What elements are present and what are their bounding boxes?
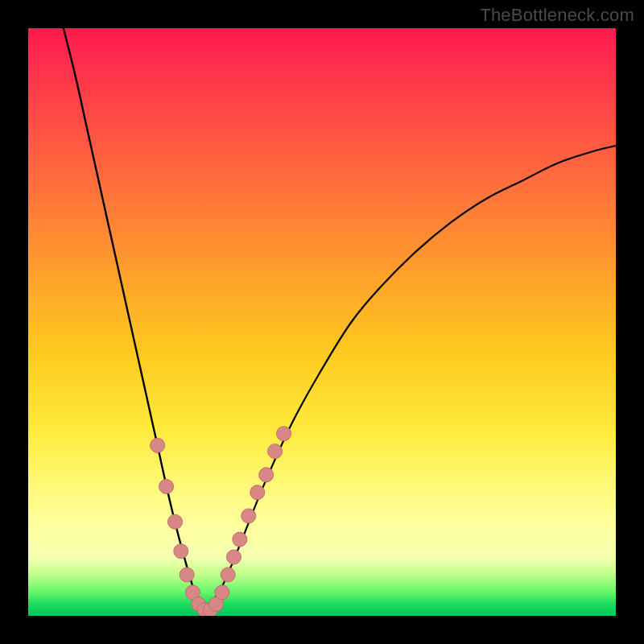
data-marker [168,514,183,529]
data-marker [215,585,229,600]
data-marker [259,468,274,482]
curve-group [64,28,616,610]
watermark-text: TheBottleneck.com [480,5,634,26]
chart-frame: TheBottleneck.com [0,0,644,644]
data-marker [233,532,247,547]
right-branch-curve [204,146,616,610]
data-marker [174,544,188,559]
left-branch-curve [64,28,204,610]
data-marker [242,509,256,523]
data-marker [227,550,242,564]
marker-group [151,427,291,616]
data-marker [277,427,291,441]
plot-area [28,28,616,616]
data-marker [221,568,235,582]
data-marker [151,438,165,452]
data-marker [268,444,283,459]
data-marker [250,485,265,500]
data-marker [159,479,174,493]
data-marker [180,568,194,582]
chart-svg [28,28,616,616]
